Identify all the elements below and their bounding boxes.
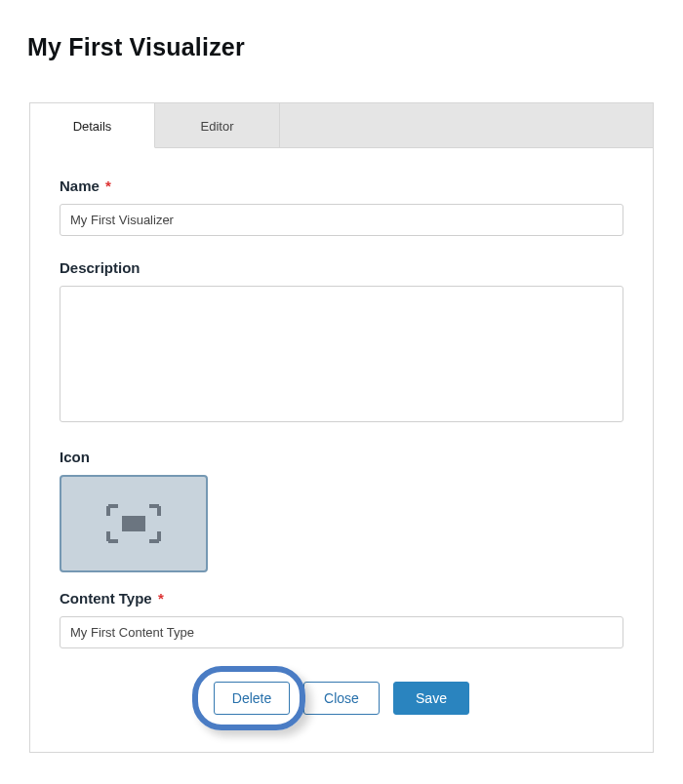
icon-selector[interactable] (60, 475, 208, 572)
close-button[interactable]: Close (303, 682, 380, 715)
tab-strip: Details Editor (30, 103, 653, 148)
description-textarea[interactable] (60, 286, 623, 422)
content-type-input[interactable] (60, 616, 623, 648)
details-panel: Details Editor Name * Description Icon (29, 102, 654, 753)
page-title: My First Visualizer (27, 33, 599, 61)
save-button[interactable]: Save (393, 682, 469, 715)
content-placeholder-icon (106, 504, 161, 543)
svg-rect-0 (122, 516, 145, 531)
required-star-content-type: * (158, 590, 164, 607)
tab-details[interactable]: Details (30, 103, 155, 148)
delete-button[interactable]: Delete (214, 682, 290, 715)
required-star-name: * (105, 177, 111, 194)
icon-label: Icon (60, 449, 623, 465)
button-row: Delete Close Save (60, 672, 623, 732)
tab-editor[interactable]: Editor (155, 103, 280, 147)
name-label: Name * (60, 177, 623, 194)
name-input[interactable] (60, 204, 623, 236)
content-type-label: Content Type * (60, 590, 623, 607)
description-label: Description (60, 259, 623, 276)
